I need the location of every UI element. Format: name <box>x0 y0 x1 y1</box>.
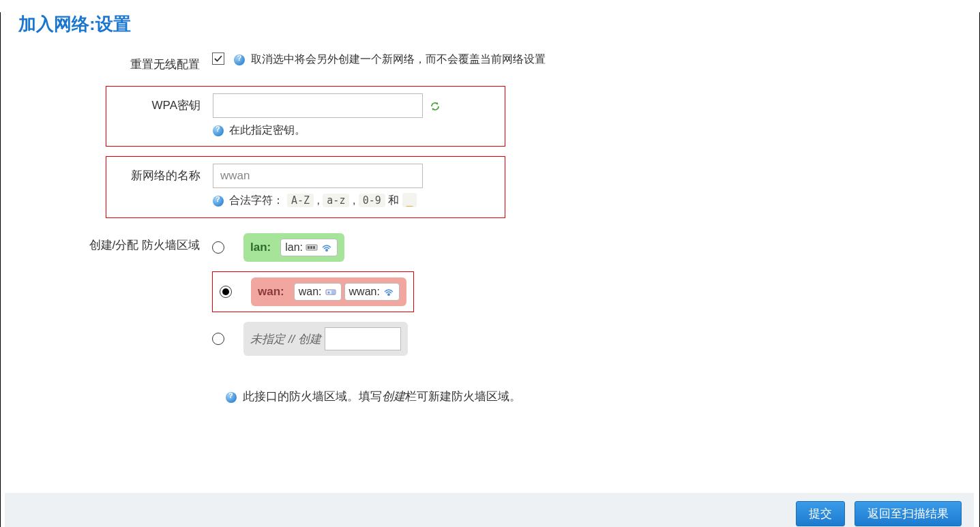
netname-group: 新网络的名称 合法字符： A-Z , a-z , 0-9 和 _ <box>106 156 505 218</box>
zone-wan-row: wan: wan: wwan: <box>220 277 406 306</box>
page-title: 加入网络:设置 <box>18 12 979 36</box>
code-underscore: _ <box>402 193 417 207</box>
zone-unspecified-badge[interactable]: 未指定 // 创建 <box>243 322 408 356</box>
netname-and: 和 <box>388 194 402 206</box>
wpa-key-input[interactable] <box>213 93 423 118</box>
netname-input[interactable] <box>213 164 423 188</box>
radio-wan[interactable] <box>220 286 232 298</box>
wifi-icon <box>321 243 333 252</box>
firewall-row: 创建/分配 防火墙区域 lan: lan: <box>1 233 979 356</box>
iface-wan: wan: <box>294 283 342 301</box>
help-icon <box>234 55 245 65</box>
netname-hint-prefix: 合法字符： <box>229 194 284 206</box>
ethernet-icon <box>325 287 337 297</box>
iface-lan: lan: <box>280 239 338 256</box>
zone-unspec-row: 未指定 // 创建 <box>212 322 979 356</box>
wpa-hint: 在此指定密钥。 <box>229 124 306 136</box>
reset-row: 重置无线配置 取消选中将会另外创建一个新网络，而不会覆盖当前网络设置 <box>1 52 979 72</box>
svg-point-4 <box>325 249 328 252</box>
zone-lan-row: lan: lan: <box>212 233 979 262</box>
reload-icon[interactable] <box>430 101 441 112</box>
netname-label: 新网络的名称 <box>106 164 213 208</box>
code-az: a-z <box>323 194 349 207</box>
svg-rect-3 <box>313 246 315 249</box>
zone-wan-selected-box: wan: wan: wwan: <box>212 271 414 312</box>
zone-wan-badge[interactable]: wan: wan: wwan: <box>251 277 406 306</box>
iface-wwan: wwan: <box>344 283 400 301</box>
firewall-label: 创建/分配 防火墙区域 <box>1 233 212 356</box>
zone-unspec-label: 未指定 // 创建 <box>250 331 321 347</box>
code-AZ: A-Z <box>287 194 314 207</box>
svg-point-7 <box>387 293 390 296</box>
zone-lan-badge[interactable]: lan: lan: <box>243 233 344 262</box>
reset-checkbox[interactable] <box>212 52 224 65</box>
code-09: 0-9 <box>359 194 385 207</box>
ethernet-icon <box>306 243 318 252</box>
help-icon <box>213 125 224 136</box>
svg-rect-2 <box>310 246 312 249</box>
footer: 提交 返回至扫描结果 <box>5 493 974 527</box>
firewall-hint: 此接口的防火墙区域。填写创建栏可新建防火墙区域。 <box>226 389 979 404</box>
radio-unspecified[interactable] <box>212 333 224 345</box>
wpa-key-group: WPA密钥 在此指定密钥。 <box>106 86 505 147</box>
submit-button[interactable]: 提交 <box>796 501 845 526</box>
wifi-icon <box>383 287 395 297</box>
svg-rect-1 <box>308 246 310 249</box>
zone-wan-label: wan: <box>258 285 284 299</box>
back-to-scan-button[interactable]: 返回至扫描结果 <box>855 501 962 526</box>
reset-label: 重置无线配置 <box>1 52 212 72</box>
help-icon <box>213 196 224 207</box>
reset-hint: 取消选中将会另外创建一个新网络，而不会覆盖当前网络设置 <box>251 53 546 65</box>
zone-lan-label: lan: <box>250 241 271 254</box>
radio-lan[interactable] <box>212 241 224 254</box>
help-icon <box>226 392 237 403</box>
svg-point-6 <box>327 292 329 294</box>
wpa-label: WPA密钥 <box>106 93 213 138</box>
zone-create-input[interactable] <box>325 327 401 350</box>
